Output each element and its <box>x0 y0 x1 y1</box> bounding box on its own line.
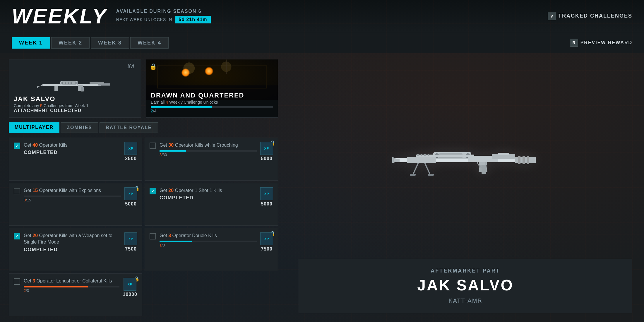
xp-amount-6: 7500 <box>261 246 273 252</box>
challenge-progress-text-2: 8/30 <box>160 153 257 157</box>
xp-icon-4 <box>260 187 273 200</box>
xp-icon-6 <box>260 232 273 245</box>
desc-highlight2: 4 <box>166 100 168 105</box>
challenge-progress-fill-6 <box>160 241 192 242</box>
challenge-content-1: Get 40 Operator Kills COMPLETED <box>24 142 121 155</box>
header: WEEKLY AVAILABLE DURING SEASON 6 NEXT WE… <box>0 0 644 32</box>
tab-week-1[interactable]: WEEK 1 <box>12 37 50 49</box>
next-week-label: NEXT WEEK UNLOCKS IN <box>116 17 172 22</box>
challenge-checkbox-6[interactable] <box>150 233 156 239</box>
jak-salvo-reward-card: XA JAK SALVO Complete any 5 Challenges f… <box>9 59 141 118</box>
tab-multiplayer[interactable]: MULTIPLAYER <box>9 122 59 133</box>
category-tabs: MULTIPLAYER ZOMBIES BATTLE ROYALE <box>9 122 278 133</box>
challenge-desc-5: Get 20 Operator Kills with a Weapon set … <box>24 232 121 246</box>
tab-battle-royale[interactable]: BATTLE ROYALE <box>100 122 158 133</box>
svg-rect-7 <box>98 83 110 86</box>
header-info: AVAILABLE DURING SEASON 6 NEXT WEEK UNLO… <box>116 9 211 23</box>
tab-week-4[interactable]: WEEK 4 <box>130 37 169 49</box>
xp-amount-1: 2500 <box>125 156 137 161</box>
challenge-card-2: 🔒 Get 30 Operator Kills while Crouching … <box>145 138 278 181</box>
challenge-desc-4: Get 20 Operator 1 Shot 1 Kills <box>160 187 257 194</box>
challenge-status-4: COMPLETED <box>160 195 257 201</box>
challenge-content-6: Get 3 Operator Double Kills 1/3 <box>160 232 257 247</box>
challenge-status-1: COMPLETED <box>24 150 121 155</box>
aftermarket-label: AFTERMARKET PART <box>308 268 623 274</box>
challenge-desc-3: Get 15 Operator Kills with Explosions <box>24 187 121 194</box>
xp-icon-5 <box>124 232 137 245</box>
challenge-checkbox-3[interactable] <box>14 188 20 194</box>
xp-amount-3: 5000 <box>125 201 137 207</box>
challenge-card-3: 🔒 Get 15 Operator Kills with Explosions … <box>9 183 142 226</box>
xp-badge-1: 2500 <box>124 142 137 161</box>
desc-prefix2: Earn all <box>151 100 166 105</box>
aftermarket-box: AFTERMARKET PART JAK SALVO KATT-AMR <box>299 259 632 313</box>
svg-rect-34 <box>428 154 429 156</box>
xp-icon-7 <box>124 278 136 291</box>
challenge-desc-7: Get 3 Operator Longshot or Collateral Ki… <box>24 278 119 284</box>
xp-badge-2: 5000 <box>260 142 273 161</box>
xp-badge-6: 7500 <box>260 232 273 252</box>
xp-icon-1 <box>124 142 137 155</box>
tab-week-3[interactable]: WEEK 3 <box>91 37 129 49</box>
tab-week-2[interactable]: WEEK 2 <box>51 37 90 49</box>
jak-salvo-desc: Complete any 5 Challenges from Week 1 <box>14 103 136 108</box>
challenge-checkbox-5[interactable] <box>14 233 20 239</box>
drawn-quartered-progress-bar <box>151 106 273 108</box>
xp-badge-7: 10000 <box>123 278 138 297</box>
aftermarket-name: JAK SALVO <box>308 276 623 294</box>
xa-logo: XA <box>127 63 137 72</box>
svg-rect-42 <box>428 174 434 176</box>
desc-suffix2: Weekly Challenge Unlocks <box>168 100 218 105</box>
xp-amount-7: 10000 <box>123 292 138 297</box>
xp-badge-4: 5000 <box>260 187 273 207</box>
challenge-content-5: Get 20 Operator Kills with a Weapon set … <box>24 232 121 253</box>
challenge-progress-text-7: 2/3 <box>24 288 119 293</box>
svg-rect-9 <box>81 87 84 92</box>
drawn-quartered-reward-card: 🔒 DRAWN AND QUARTERED Earn all 4 Weekly … <box>146 59 278 118</box>
challenge-checkbox-7[interactable] <box>14 278 20 285</box>
lock-icon: 🔒 <box>150 63 157 70</box>
svg-rect-32 <box>421 154 422 156</box>
timer: 5d 21h 41m <box>175 16 210 23</box>
xp-badge-3: 5000 <box>124 187 137 207</box>
challenge-content-7: Get 3 Operator Longshot or Collateral Ki… <box>24 278 119 293</box>
challenge-checkbox-2[interactable] <box>150 143 156 149</box>
challenge-desc-1: Get 40 Operator Kills <box>24 142 121 148</box>
challenge-status-5: COMPLETED <box>24 247 121 253</box>
xp-amount-4: 5000 <box>261 201 273 207</box>
challenge-progress-bar-6 <box>160 241 257 242</box>
challenge-progress-fill-2 <box>160 150 186 152</box>
challenge-checkbox-1[interactable] <box>14 143 20 149</box>
preview-reward-section: R PREVIEW REWARD <box>570 39 632 47</box>
challenge-content-4: Get 20 Operator 1 Shot 1 Kills COMPLETED <box>160 187 257 201</box>
preview-reward-label: PREVIEW REWARD <box>580 40 632 45</box>
reward-cards-row: XA JAK SALVO Complete any 5 Challenges f… <box>9 59 278 118</box>
svg-rect-25 <box>527 156 529 164</box>
challenge-content-3: Get 15 Operator Kills with Explosions 0/… <box>24 187 121 202</box>
svg-rect-33 <box>424 154 426 156</box>
challenge-desc-6: Get 3 Operator Double Kills <box>160 232 257 239</box>
svg-rect-47 <box>498 153 509 155</box>
svg-rect-8 <box>54 86 58 91</box>
right-panel: AFTERMARKET PART JAK SALVO KATT-AMR <box>287 53 644 322</box>
jak-salvo-title: JAK SALVO <box>14 95 136 103</box>
weapon-display-svg <box>392 137 539 184</box>
desc-suffix: Challenges from Week 1 <box>42 103 88 108</box>
challenge-desc-2: Get 30 Operator Kills while Crouching <box>160 142 257 148</box>
available-text: AVAILABLE DURING SEASON 6 <box>116 9 211 14</box>
desc-prefix: Complete any <box>14 103 40 108</box>
svg-rect-23 <box>518 156 520 164</box>
xp-amount-5: 7500 <box>125 246 137 252</box>
weapon-silhouette <box>37 74 113 98</box>
next-week-badge: NEXT WEEK UNLOCKS IN 5d 21h 41m <box>116 16 211 23</box>
challenge-checkbox-4[interactable] <box>150 188 156 194</box>
challenge-card-5: Get 20 Operator Kills with a Weapon set … <box>9 228 142 271</box>
svg-marker-5 <box>37 84 43 88</box>
tab-zombies[interactable]: ZOMBIES <box>61 122 98 133</box>
svg-rect-41 <box>410 174 416 176</box>
svg-rect-12 <box>68 83 69 84</box>
svg-line-40 <box>424 162 430 175</box>
svg-text:XA: XA <box>127 64 135 69</box>
tabs-row: WEEK 1 WEEK 2 WEEK 3 WEEK 4 R PREVIEW RE… <box>0 32 644 53</box>
challenge-progress-bar-7 <box>24 286 119 287</box>
